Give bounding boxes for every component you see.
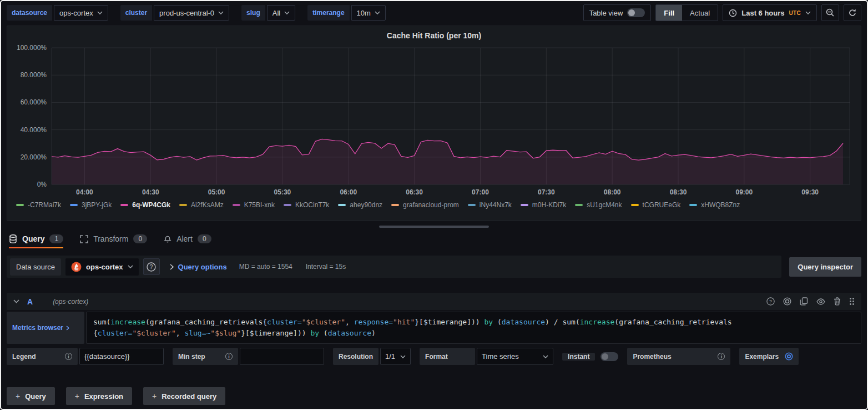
refresh-button[interactable]: [844, 4, 861, 21]
datasource-help-button[interactable]: ?: [143, 258, 160, 275]
legend-swatch: [468, 204, 476, 206]
hide-response-eye-icon[interactable]: [816, 298, 825, 305]
legend-swatch: [338, 204, 346, 206]
legend-swatch: [631, 204, 639, 206]
legend-item-sU1gcM4nk[interactable]: sU1gcM4nk: [575, 201, 622, 209]
min-step-input[interactable]: [240, 348, 324, 365]
collapse-chevron-icon[interactable]: [13, 299, 19, 303]
variable-value-dropdown[interactable]: All: [267, 5, 295, 21]
format-select[interactable]: Time series: [477, 348, 553, 365]
legend-item-xHWQB8Znz[interactable]: xHWQB8Znz: [689, 201, 740, 209]
variable-value-dropdown[interactable]: prod-us-central-0: [154, 5, 229, 21]
legend-item-Ai2fKsAMz[interactable]: Ai2fKsAMz: [179, 201, 224, 209]
legend-item-m0H-KDi7k[interactable]: m0H-KDi7k: [521, 201, 566, 209]
legend-swatch: [391, 204, 399, 206]
variable-value-dropdown[interactable]: 10m: [351, 5, 386, 21]
legend-item-grafanacloud-prom[interactable]: grafanacloud-prom: [391, 201, 459, 209]
add-expression-button[interactable]: +Expression: [66, 387, 132, 405]
legend-option-label: Legendi: [7, 348, 78, 365]
duplicate-query-icon[interactable]: [800, 297, 808, 306]
query-options-toggle[interactable]: Query options: [178, 263, 227, 271]
add-query-button[interactable]: +Query: [7, 387, 55, 405]
exemplars-option: Exemplars: [739, 348, 799, 365]
x-axis-tick: 04:30: [142, 188, 159, 196]
tab-label: Transform: [93, 234, 128, 243]
variable-value-dropdown[interactable]: ops-cortex: [54, 5, 108, 21]
legend-format-input[interactable]: {{datasource}}: [79, 348, 164, 365]
actual-button[interactable]: Actual: [682, 5, 718, 21]
min-step-label: Min stepi: [173, 348, 238, 365]
promql-query-input[interactable]: sum(increase(grafana_caching_retrievals{…: [86, 312, 861, 344]
datasource-label: Data source: [10, 258, 61, 276]
info-icon[interactable]: i: [225, 353, 233, 360]
legend-item-iNy44Nx7k[interactable]: iNy44Nx7k: [468, 201, 512, 209]
format-option: Format Time series: [420, 348, 553, 365]
drag-handle-grip-icon[interactable]: [849, 297, 855, 306]
table-view-label: Table view: [589, 9, 623, 17]
plus-icon: +: [16, 392, 20, 401]
variable-label: cluster: [120, 5, 152, 21]
x-axis-tick: 07:30: [538, 188, 555, 196]
info-icon[interactable]: i: [65, 353, 72, 360]
add-query-buttons: +Query +Expression +Recorded query: [7, 387, 861, 405]
legend-item-tCGRUEeGk[interactable]: tCGRUEeGk: [631, 201, 681, 209]
min-step-option: Min stepi: [173, 348, 324, 365]
plus-icon: +: [75, 392, 79, 401]
exemplars-record-icon[interactable]: [785, 352, 793, 361]
fill-button[interactable]: Fill: [656, 5, 682, 21]
legend-item-3jBPY-jGk[interactable]: 3jBPY-jGk: [70, 201, 112, 209]
fill-actual-segment: Fill Actual: [655, 4, 718, 21]
record-circle-icon[interactable]: [783, 297, 791, 306]
x-axis-tick: 09:00: [735, 188, 753, 196]
tab-count-badge: 0: [133, 234, 147, 243]
time-range-picker[interactable]: Last 6 hours UTC: [723, 4, 817, 21]
legend-swatch: [70, 204, 78, 206]
metrics-browser-button[interactable]: Metrics browser: [7, 312, 84, 344]
legend-item-K75BI-xnk[interactable]: K75BI-xnk: [233, 201, 275, 209]
info-icon[interactable]: i: [718, 353, 725, 360]
x-axis-tick: 09:30: [801, 188, 819, 196]
x-axis-tick: 06:30: [406, 188, 423, 196]
query-row-header[interactable]: A (ops-cortex) ?: [7, 293, 861, 310]
resolution-select[interactable]: 1/1: [380, 348, 411, 365]
add-recorded-query-button[interactable]: +Recorded query: [143, 387, 225, 405]
resolution-option: Resolution 1/1: [333, 348, 411, 365]
legend-swatch: [284, 204, 291, 206]
chart-body[interactable]: 100.000%80.000%60.000%40.000%20.000%0%04…: [52, 48, 850, 184]
plus-icon: +: [152, 392, 157, 401]
prometheus-flame-icon: [71, 262, 82, 272]
x-axis-tick: 07:00: [472, 188, 489, 196]
tab-label: Alert: [176, 234, 193, 243]
query-inspector-button[interactable]: Query inspector: [789, 257, 861, 277]
prometheus-label: Prometheusi: [627, 348, 730, 365]
transform-icon: [80, 235, 88, 243]
chevron-right-icon[interactable]: [170, 264, 174, 270]
promql-line-2: {cluster="$cluster", slug=~"$slug"}[$tim…: [93, 328, 854, 339]
timezone-label: UTC: [789, 10, 801, 16]
table-view-toggle[interactable]: [627, 8, 645, 17]
legend-item--C7RMai7k[interactable]: -C7RMai7k: [16, 201, 61, 209]
datasource-picker[interactable]: ops-cortex: [65, 258, 138, 276]
zoom-out-button[interactable]: [821, 4, 839, 21]
legend-item-ahey90dnz[interactable]: ahey90dnz: [338, 201, 382, 209]
legend-item-6q-WP4CGk[interactable]: 6q-WP4CGk: [120, 201, 170, 209]
x-axis-tick: 05:00: [208, 188, 225, 196]
promql-line-1: sum(increase(grafana_caching_retrievals{…: [93, 317, 854, 328]
chart-panel: Cache Hit Ratio (per 10m) 100.000%80.000…: [7, 26, 861, 221]
tab-count-badge: 1: [49, 234, 63, 243]
legend-swatch: [575, 204, 583, 206]
svg-text:?: ?: [150, 264, 153, 270]
max-data-points-text: MD = auto = 1554: [239, 263, 292, 271]
instant-toggle[interactable]: [600, 352, 618, 361]
tab-alert[interactable]: Alert 0: [164, 234, 211, 248]
legend-item-KkOCinT7k[interactable]: KkOCinT7k: [284, 201, 329, 209]
tab-count-badge: 0: [198, 234, 211, 243]
query-help-icon[interactable]: ?: [766, 297, 775, 306]
tab-query[interactable]: Query 1: [9, 234, 63, 248]
delete-query-trash-icon[interactable]: [834, 297, 841, 306]
legend-swatch: [233, 204, 240, 206]
format-label: Format: [420, 348, 475, 365]
x-axis-tick: 06:00: [340, 188, 357, 196]
chevron-right-icon: [66, 326, 69, 331]
tab-transform[interactable]: Transform 0: [80, 234, 147, 248]
